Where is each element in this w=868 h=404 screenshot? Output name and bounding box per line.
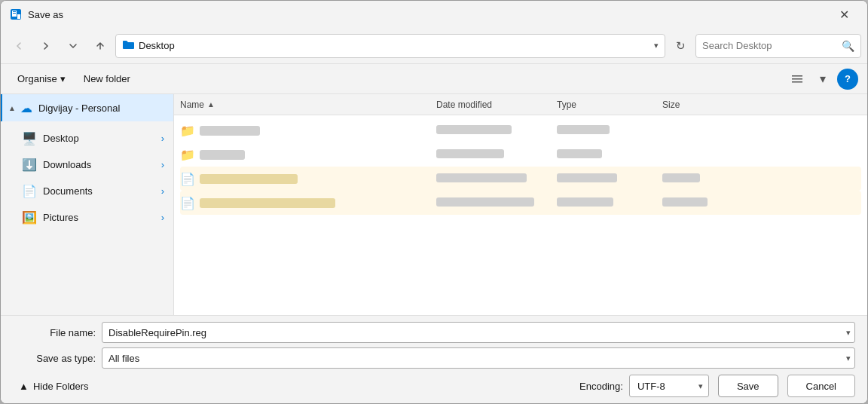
toolbar: Organise ▾ New folder ▾ ? xyxy=(1,64,867,94)
file-name-cell: 📁 xyxy=(180,148,436,162)
encoding-select[interactable]: UTF-8 UTF-16 LE UTF-16 BE ANSI xyxy=(629,375,709,397)
file-type-cell xyxy=(557,149,662,160)
sidebar-item-downloads[interactable]: ⬇️ Downloads › xyxy=(4,152,170,177)
view-options-button[interactable] xyxy=(786,68,808,90)
blurred-date xyxy=(436,173,527,182)
save-as-dialog: Save as ✕ Desktop ▾ ↻ 🔍 xyxy=(0,0,868,404)
col-size[interactable]: Size xyxy=(662,99,861,110)
sidebar: ▲ ☁ Digvijay - Personal 🖥️ Desktop › ⬇️ … xyxy=(1,94,174,315)
close-button[interactable]: ✕ xyxy=(827,2,861,26)
title-bar: Save as ✕ xyxy=(1,1,867,28)
column-headers: Name ▲ Date modified Type Size xyxy=(174,94,867,115)
refresh-button[interactable]: ↻ xyxy=(668,34,692,58)
encoding-label: Encoding: xyxy=(579,381,623,392)
bottom-section: File name: ▾ Save as type: ▾ ▲ Hide Fold… xyxy=(1,315,867,403)
location-bar[interactable]: Desktop ▾ xyxy=(115,34,665,58)
save-button[interactable]: Save xyxy=(718,375,778,397)
organise-button[interactable]: Organise ▾ xyxy=(10,68,73,90)
table-row[interactable]: 📄 xyxy=(180,191,861,215)
dialog-title: Save as xyxy=(28,9,827,20)
table-row[interactable]: 📁 xyxy=(180,142,861,167)
sidebar-group-header[interactable]: ▲ ☁ Digvijay - Personal xyxy=(1,94,173,121)
col-type[interactable]: Type xyxy=(557,99,662,110)
blurred-type xyxy=(557,125,610,134)
documents-icon: 📄 xyxy=(22,184,37,198)
blurred-name xyxy=(200,198,335,208)
sidebar-item-label: Pictures xyxy=(43,212,155,223)
sidebar-items: 🖥️ Desktop › ⬇️ Downloads › 📄 Documents … xyxy=(1,121,173,234)
up-button[interactable] xyxy=(88,34,112,58)
table-row[interactable]: 📁 xyxy=(180,118,861,142)
pictures-icon: 🖼️ xyxy=(22,210,37,225)
file-icon: 📄 xyxy=(180,196,195,210)
sidebar-item-arrow: › xyxy=(161,185,164,197)
sidebar-item-arrow: › xyxy=(161,212,164,223)
file-icon: 📄 xyxy=(180,172,195,186)
view-dropdown-button[interactable]: ▾ xyxy=(811,68,834,90)
file-list: Name ▲ Date modified Type Size 📁 xyxy=(174,94,867,315)
address-bar: Desktop ▾ ↻ 🔍 xyxy=(1,28,867,64)
encoding-select-container: UTF-8 UTF-16 LE UTF-16 BE ANSI ▾ xyxy=(629,375,709,397)
file-name-input[interactable] xyxy=(102,322,855,343)
blurred-type xyxy=(557,149,602,158)
file-size-cell xyxy=(662,173,861,184)
hide-folders-label: Hide Folders xyxy=(33,381,89,392)
sidebar-item-desktop[interactable]: 🖥️ Desktop › xyxy=(4,125,170,151)
blurred-size xyxy=(662,173,700,182)
file-name-label: File name: xyxy=(13,327,96,338)
col-date[interactable]: Date modified xyxy=(436,99,557,110)
file-rows: 📁 📁 xyxy=(174,115,867,218)
forward-button[interactable] xyxy=(34,34,58,58)
file-type-cell xyxy=(557,197,662,208)
svg-rect-2 xyxy=(17,14,20,19)
organise-dropdown-icon: ▾ xyxy=(60,73,66,84)
sidebar-item-pictures[interactable]: 🖼️ Pictures › xyxy=(4,204,170,230)
current-path: Desktop xyxy=(139,40,649,51)
svg-rect-7 xyxy=(792,81,802,83)
file-date-cell xyxy=(436,125,557,136)
file-size-cell xyxy=(662,197,861,208)
file-name-cell: 📁 xyxy=(180,124,436,138)
search-input[interactable] xyxy=(702,40,839,51)
cloud-icon: ☁ xyxy=(20,101,32,115)
blurred-date xyxy=(436,125,512,134)
file-icon: 📁 xyxy=(180,148,195,162)
cancel-button[interactable]: Cancel xyxy=(787,375,855,397)
blurred-name xyxy=(200,126,260,136)
file-name-cell: 📄 xyxy=(180,196,436,210)
file-name-row: File name: ▾ xyxy=(13,322,855,343)
encoding-section: Encoding: UTF-8 UTF-16 LE UTF-16 BE ANSI… xyxy=(579,375,709,397)
sort-icon: ▲ xyxy=(207,100,215,109)
help-label: ? xyxy=(845,73,851,84)
help-button[interactable]: ? xyxy=(837,69,858,90)
save-as-type-input-container: ▾ xyxy=(102,347,855,369)
hide-folders-icon: ▲ xyxy=(19,381,29,392)
save-as-type-row: Save as type: ▾ xyxy=(13,347,855,369)
hide-folders-button[interactable]: ▲ Hide Folders xyxy=(13,378,95,395)
svg-rect-4 xyxy=(13,13,16,14)
blurred-date xyxy=(436,149,504,158)
dialog-icon xyxy=(10,8,22,20)
back-button[interactable] xyxy=(7,34,31,58)
save-as-type-input[interactable] xyxy=(102,347,855,369)
file-type-cell xyxy=(557,173,662,184)
search-bar[interactable]: 🔍 xyxy=(695,34,861,58)
file-name-cell: 📄 xyxy=(180,172,436,186)
sidebar-item-documents[interactable]: 📄 Documents › xyxy=(4,178,170,204)
path-dropdown-icon[interactable]: ▾ xyxy=(654,41,659,50)
save-as-type-label: Save as type: xyxy=(13,353,96,364)
dropdown-history-button[interactable] xyxy=(61,34,85,58)
col-name[interactable]: Name ▲ xyxy=(180,99,436,110)
footer-right: Encoding: UTF-8 UTF-16 LE UTF-16 BE ANSI… xyxy=(579,375,855,397)
file-date-cell xyxy=(436,149,557,160)
blurred-type xyxy=(557,197,613,207)
svg-rect-3 xyxy=(13,11,16,12)
file-date-cell xyxy=(436,173,557,184)
sidebar-item-label: Documents xyxy=(43,185,155,197)
table-row[interactable]: 📄 xyxy=(180,167,861,191)
folder-icon xyxy=(122,39,134,52)
svg-rect-5 xyxy=(792,75,802,77)
sidebar-item-label: Desktop xyxy=(43,133,155,144)
file-name-input-container: ▾ xyxy=(102,322,855,343)
new-folder-button[interactable]: New folder xyxy=(76,68,138,90)
